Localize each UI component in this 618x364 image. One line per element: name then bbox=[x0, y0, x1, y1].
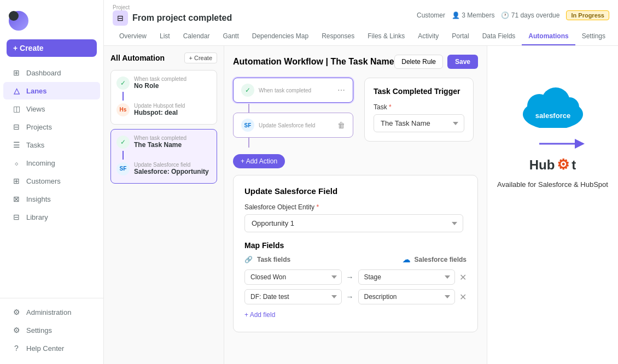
sidebar-label-dashboard: Dashboard bbox=[26, 69, 61, 77]
action-node-icon: SF bbox=[241, 119, 254, 132]
tab-settings[interactable]: Settings bbox=[575, 28, 609, 45]
task-field-label: Task * bbox=[374, 103, 464, 111]
tab-responses[interactable]: Responses bbox=[315, 28, 361, 45]
incoming-icon: ⬦ bbox=[12, 158, 21, 167]
sidebar-item-tasks[interactable]: ☰ Tasks bbox=[3, 136, 100, 154]
workflow-header: Automation Workflow | The Task Name Dele… bbox=[233, 55, 478, 69]
sidebar-item-library[interactable]: ⊟ Library bbox=[3, 208, 100, 226]
task-fields-label: Task fields bbox=[257, 256, 290, 263]
map-row-2: DF: Date test → Description ✕ bbox=[244, 289, 467, 304]
sidebar-item-dashboard[interactable]: ⊞ Dashboard bbox=[3, 64, 100, 81]
task-field-select-2[interactable]: DF: Date test bbox=[244, 289, 342, 304]
topbar: Project ⊟ From project completed Custome… bbox=[104, 0, 618, 46]
trigger-node-delete[interactable]: ⋯ bbox=[337, 86, 345, 95]
integration-arrow-svg bbox=[539, 136, 588, 152]
logo-icon bbox=[9, 11, 28, 31]
tab-calendar[interactable]: Calendar bbox=[177, 28, 217, 45]
main-area: Project ⊟ From project completed Custome… bbox=[104, 0, 618, 364]
automation-card-1[interactable]: ✓ When task completed No Role Hs Update … bbox=[110, 70, 217, 125]
map-fields-title: Map Fields bbox=[244, 241, 467, 250]
trigger-node-icon: ✓ bbox=[241, 84, 254, 97]
sidebar-label-insights: Insights bbox=[26, 195, 51, 203]
automation-list-title: All Automation bbox=[110, 54, 165, 62]
add-action-button[interactable]: + Add Action bbox=[233, 154, 285, 168]
sidebar: + Create ⊞ Dashboard △ Lanes ◫ Views ⊟ P… bbox=[0, 0, 104, 364]
sidebar-item-insights[interactable]: ⊠ Insights bbox=[3, 190, 100, 208]
hubspot-text: Hub bbox=[529, 157, 555, 173]
card1-action-label: Update Hubspot field bbox=[134, 103, 185, 109]
hubspot-text2: t bbox=[572, 157, 576, 173]
add-field-button[interactable]: + Add field bbox=[244, 309, 275, 321]
card1-action-name: Hubspot: deal bbox=[134, 109, 185, 116]
branding-panel: salesforce Hub ⚙ t bbox=[487, 46, 618, 364]
card2-divider bbox=[123, 151, 124, 160]
tab-list[interactable]: List bbox=[153, 28, 177, 45]
sidebar-item-customers[interactable]: ⊞ Customers bbox=[3, 172, 100, 190]
tab-dependencies[interactable]: Dependencies Map bbox=[246, 28, 315, 45]
sidebar-label-administration: Administration bbox=[26, 308, 71, 316]
create-button[interactable]: + Create bbox=[7, 39, 97, 57]
tab-activity[interactable]: Activity bbox=[411, 28, 445, 45]
task-required-marker: * bbox=[389, 103, 392, 111]
card2-action-label: Update Salesforce field bbox=[134, 162, 209, 168]
connector-1 bbox=[248, 103, 249, 113]
sidebar-label-projects: Projects bbox=[26, 123, 52, 131]
sidebar-item-projects[interactable]: ⊟ Projects bbox=[3, 118, 100, 136]
customers-icon: ⊞ bbox=[12, 177, 21, 185]
entity-select[interactable]: Opportunity 1 Contact Lead Account bbox=[244, 214, 463, 232]
sf-fields-label: Salesforce fields bbox=[415, 256, 467, 263]
trigger-node[interactable]: ✓ When task completed ⋯ bbox=[233, 78, 353, 103]
tab-portal[interactable]: Portal bbox=[445, 28, 475, 45]
tab-data-fields[interactable]: Data Fields bbox=[476, 28, 522, 45]
delete-rule-button[interactable]: Delete Rule bbox=[394, 55, 443, 69]
card1-trigger-label: When task completed bbox=[134, 76, 186, 82]
entity-required-marker: * bbox=[316, 203, 319, 211]
action-node-delete[interactable]: 🗑 bbox=[337, 121, 345, 130]
content-area: All Automation + Create ✓ When task comp… bbox=[104, 46, 618, 364]
sidebar-bottom: ⚙ Administration ⚙ Settings ? Help Cente… bbox=[0, 298, 103, 357]
remove-row-1-button[interactable]: ✕ bbox=[459, 272, 467, 283]
task-select[interactable]: The Task Name bbox=[374, 114, 464, 132]
task-field-select-1[interactable]: Closed Won bbox=[244, 269, 342, 285]
card2-action-name: Salesforce: Opportunity bbox=[134, 168, 209, 175]
sidebar-label-help: Help Center bbox=[26, 344, 64, 353]
sidebar-item-administration[interactable]: ⚙ Administration bbox=[3, 303, 100, 321]
sidebar-label-views: Views bbox=[26, 105, 45, 113]
sf-field-select-2[interactable]: Description bbox=[358, 289, 456, 304]
action-node[interactable]: SF Update Salesforce field 🗑 bbox=[233, 113, 353, 138]
card1-action-icon: Hs bbox=[116, 103, 130, 116]
automation-create-button[interactable]: + Create bbox=[184, 52, 218, 63]
automation-list-panel: All Automation + Create ✓ When task comp… bbox=[104, 46, 224, 364]
administration-icon: ⚙ bbox=[12, 308, 21, 316]
sf-field-select-1[interactable]: Stage bbox=[358, 269, 456, 285]
sidebar-label-lanes: Lanes bbox=[26, 87, 47, 95]
card2-trigger-label: When task completed bbox=[134, 135, 186, 141]
save-button[interactable]: Save bbox=[447, 55, 478, 69]
available-text: Available for Salesforce & HubSpot bbox=[497, 180, 608, 190]
hubspot-sprocket-icon: ⚙ bbox=[557, 156, 569, 173]
trigger-node-label: When task completed bbox=[259, 87, 311, 93]
customer-label: Customer bbox=[417, 11, 445, 19]
card2-trigger-icon: ✓ bbox=[116, 136, 130, 149]
card1-divider bbox=[123, 92, 124, 101]
logo bbox=[0, 7, 103, 39]
remove-row-2-button[interactable]: ✕ bbox=[459, 292, 467, 302]
sidebar-item-incoming[interactable]: ⬦ Incoming bbox=[3, 154, 100, 172]
card2-action-icon: SF bbox=[116, 162, 130, 175]
sf-fields-cloud-icon: ☁ bbox=[403, 255, 410, 264]
tab-automations[interactable]: Automations bbox=[522, 28, 575, 45]
tab-overview[interactable]: Overview bbox=[113, 28, 153, 45]
sidebar-item-views[interactable]: ◫ Views bbox=[3, 100, 100, 118]
sidebar-item-lanes[interactable]: △ Lanes bbox=[3, 82, 100, 99]
map-row-1: Closed Won → Stage ✕ bbox=[244, 269, 467, 285]
status-badge: In Progress bbox=[566, 10, 609, 20]
sidebar-item-settings[interactable]: ⚙ Settings bbox=[3, 321, 100, 339]
sf-update-panel: Update Salesforce Field Salesforce Objec… bbox=[233, 175, 478, 332]
tasks-icon: ☰ bbox=[12, 140, 21, 149]
sidebar-item-help[interactable]: ? Help Center bbox=[3, 339, 100, 357]
automation-card-2[interactable]: ✓ When task completed The Task Name SF U… bbox=[110, 129, 217, 184]
tab-files[interactable]: Files & Links bbox=[361, 28, 411, 45]
lanes-icon: △ bbox=[12, 86, 21, 95]
projects-icon: ⊟ bbox=[12, 122, 21, 131]
tab-gantt[interactable]: Gantt bbox=[216, 28, 245, 45]
